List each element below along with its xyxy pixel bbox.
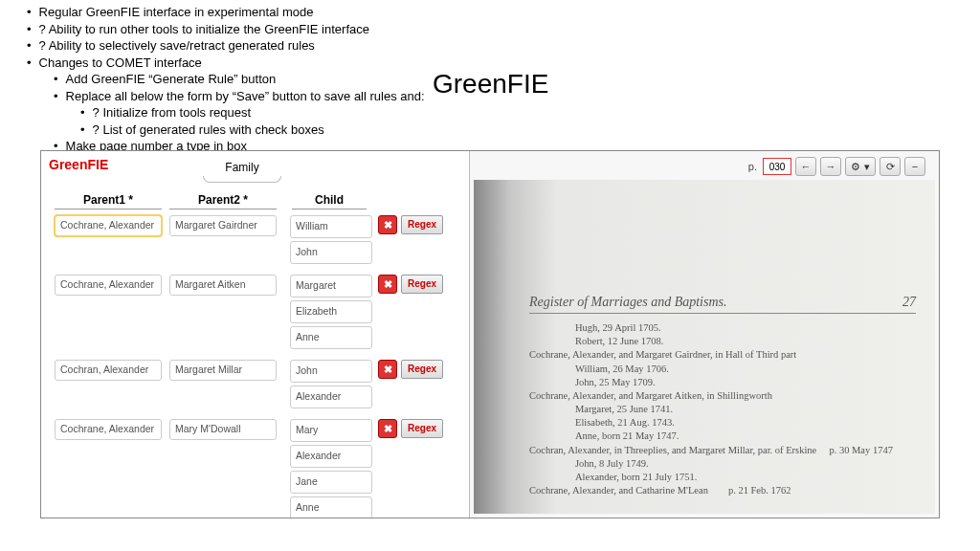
regex-button[interactable]: Regex <box>401 360 443 379</box>
parent1-input[interactable]: Cochrane, Alexander <box>55 419 162 440</box>
tab-family[interactable]: Family <box>194 157 290 190</box>
child-input[interactable]: Alexander <box>290 386 372 408</box>
header-child: Child <box>292 193 367 209</box>
child-input[interactable]: John <box>290 241 372 264</box>
doc-line: Elisabeth, 21 Aug. 1743. <box>575 416 916 430</box>
parent1-input[interactable]: Cochrane, Alexander <box>55 275 162 296</box>
prev-button[interactable]: ← <box>795 157 816 176</box>
parent2-input[interactable]: Margaret Aitken <box>169 275 277 296</box>
child-input[interactable]: Anne <box>290 326 372 349</box>
document-image[interactable]: Register of Marriages and Baptisms. 27 H… <box>474 180 935 514</box>
parent2-input[interactable]: Mary M'Dowall <box>169 419 277 440</box>
doc-line: Alexander, born 21 July 1751. <box>575 471 916 484</box>
page-title: GreenFIE <box>433 69 548 99</box>
header-parent2: Parent2 * <box>169 193 277 209</box>
doc-line: William, 26 May 1706. <box>575 363 916 376</box>
left-pane: GreenFIE Family Parent1 * Parent2 * Chil… <box>41 151 470 518</box>
bullet-l3: ? Initialize from tools request <box>80 104 953 121</box>
child-input[interactable]: Margaret <box>290 275 372 298</box>
viewer-toolbar: p. ← → ⚙ ▾ ⟳ − <box>748 157 925 176</box>
delete-button[interactable]: ✖ <box>378 419 397 438</box>
doc-line: John, 8 July 1749. <box>575 457 916 471</box>
app-name-label: GreenFIE <box>49 157 108 172</box>
regex-button[interactable]: Regex <box>401 215 443 234</box>
next-button[interactable]: → <box>820 157 841 176</box>
doc-heading: Register of Marriages and Baptisms. <box>529 295 727 310</box>
child-input[interactable]: William <box>290 215 372 238</box>
parent2-input[interactable]: Margaret Millar <box>169 360 277 381</box>
app-frame: GreenFIE Family Parent1 * Parent2 * Chil… <box>40 150 940 518</box>
family-group: Cochrane, AlexanderMargaret GairdnerWill… <box>55 215 469 267</box>
doc-line: Cochrane, Alexander, and Margaret Aitken… <box>554 389 916 403</box>
bullet-l3: ? List of generated rules with check box… <box>80 121 953 139</box>
minus-button[interactable]: − <box>904 157 925 176</box>
parent1-input[interactable]: Cochrane, Alexander <box>55 215 162 236</box>
child-input[interactable]: Alexander <box>290 445 372 468</box>
page-label: p. <box>748 161 757 172</box>
bullet-l1: ? Ability to run other tools to initiali… <box>27 21 953 38</box>
family-group: Cochrane, AlexanderMary M'DowallMaryAlex… <box>55 419 469 518</box>
regex-button[interactable]: Regex <box>401 275 443 294</box>
parent1-input[interactable]: Cochran, Alexander <box>55 360 162 381</box>
doc-page-number: 27 <box>902 295 916 310</box>
family-group: Cochrane, AlexanderMargaret AitkenMargar… <box>55 275 469 352</box>
doc-line: Cochran, Alexander, in Threeplies, and M… <box>554 444 916 457</box>
header-parent1: Parent1 * <box>55 193 162 209</box>
child-input[interactable]: Jane <box>290 471 372 494</box>
doc-line: Hugh, 29 April 1705. <box>575 321 916 335</box>
reset-button[interactable]: ⟳ <box>880 157 901 176</box>
doc-line: Cochrane, Alexander, and Catharine M'Lea… <box>554 484 916 497</box>
bullet-l1: Regular GreenFIE interface in experiment… <box>27 4 953 21</box>
child-input[interactable]: Mary <box>290 419 372 442</box>
doc-line: Robert, 12 June 1708. <box>575 335 916 348</box>
right-pane: p. ← → ⚙ ▾ ⟳ − Register of Marriages and… <box>470 151 939 518</box>
delete-button[interactable]: ✖ <box>378 215 397 234</box>
child-input[interactable]: John <box>290 360 372 383</box>
doc-line: Margaret, 25 June 1741. <box>575 403 916 416</box>
child-input[interactable]: Elizabeth <box>290 300 372 323</box>
zoom-dropdown[interactable]: ⚙ ▾ <box>845 157 876 176</box>
parent2-input[interactable]: Margaret Gairdner <box>169 215 277 236</box>
doc-line: Cochrane, Alexander, and Margaret Gairdn… <box>554 348 916 362</box>
child-input[interactable]: Anne <box>290 496 372 518</box>
family-group: Cochran, AlexanderMargaret MillarJohnAle… <box>55 360 469 411</box>
regex-button[interactable]: Regex <box>401 419 443 438</box>
doc-line: John, 25 May 1709. <box>575 376 916 389</box>
page-input[interactable] <box>763 158 791 175</box>
delete-button[interactable]: ✖ <box>378 360 397 379</box>
delete-button[interactable]: ✖ <box>378 275 397 294</box>
bullet-l1: ? Ability to selectively save/retract ge… <box>27 37 953 55</box>
doc-line: Anne, born 21 May 1747. <box>575 430 916 443</box>
